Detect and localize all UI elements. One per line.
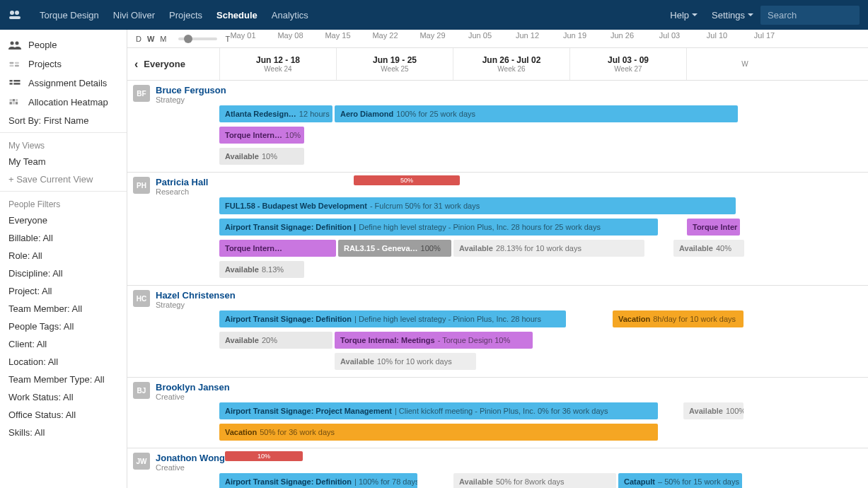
nav-user[interactable]: Nivi Oliver [106,10,162,21]
week-number: Week 24 [264,65,291,73]
assignment-bar[interactable]: Available20% [219,332,332,349]
assignment-bar[interactable]: Vacation8h/day for 10 work days [613,310,743,327]
assignment-bar[interactable]: Available100% [683,402,743,419]
utilization-badge: 50% [354,175,460,185]
avatar[interactable]: JW [133,453,150,470]
assignment-bar[interactable]: Vacation50% for 36 work days [219,424,658,441]
person-name[interactable]: Patricia Hall [156,177,208,187]
bar-detail: - Fulcrum 50% for 31 work days [370,202,480,210]
filter-item[interactable]: Everyone [0,211,127,229]
assignment-bar[interactable]: Torque Intern… [219,240,336,257]
bar-detail: 8.13% [262,265,284,274]
assignment-bar[interactable]: Available10% [219,148,304,165]
help-menu[interactable]: Help [663,10,705,21]
assignment-bar[interactable]: Torque Intern…10% [219,127,304,144]
person-block: 50% PH Patricia Hall Research FUL1.58 - … [127,173,868,286]
assignment-bar[interactable]: Airport Transit Signage: Definition |Def… [219,219,658,236]
assignment-bar[interactable]: Airport Transit Signage: Definition| 100… [219,473,417,488]
bar-detail: | Client kickoff meeting - Pinion Plus, … [395,407,608,415]
avatar[interactable]: PH [133,177,150,194]
filter-item[interactable]: Skills: All [0,424,127,441]
filter-item[interactable]: Project: All [0,282,127,300]
assignment-bar[interactable]: Atlanta Redesign…12 hours [219,105,332,122]
nav-brand[interactable]: Torque Design [33,10,106,21]
assignment-bar[interactable]: Available8.13% [219,261,304,278]
slider-thumb[interactable] [184,35,192,43]
filter-item[interactable]: Team Member Type: All [0,371,127,388]
person-header: BJ Brooklyn Jansen Creative [127,378,868,402]
filter-item[interactable]: Billable: All [0,229,127,247]
bar-title: Available [459,244,493,252]
help-label: Help [670,10,689,21]
nav-analytics[interactable]: Analytics [265,10,316,21]
person-name[interactable]: Jonathon Wong [156,453,225,463]
details-icon [8,79,21,88]
settings-menu[interactable]: Settings [705,10,760,21]
filter-item[interactable]: Discipline: All [0,265,127,282]
assignment-bar[interactable]: Available40% [673,240,744,257]
svg-point-3 [11,41,14,45]
avatar[interactable]: BJ [133,382,150,399]
assignment-bars: Airport Transit Signage: Definition| 100… [219,473,868,488]
assignment-bar[interactable]: Available50% for 8work days [453,473,616,488]
filter-item[interactable]: Work Status: All [0,388,127,406]
week-range: Jun 19 - 25 [373,55,417,65]
week-number: W [741,60,748,68]
person-name[interactable]: Bruce Ferguson [156,85,226,95]
svg-rect-16 [10,102,12,104]
filter-item[interactable]: Location: All [0,353,127,371]
filter-item[interactable]: Client: All [0,335,127,353]
avatar[interactable]: HC [133,290,150,307]
sidebar-people[interactable]: People [0,35,127,54]
week-header[interactable]: Jun 26 - Jul 02Week 26 [453,48,569,80]
sidebar-details[interactable]: Assignment Details [0,74,127,93]
zoom-D[interactable]: D [136,35,141,43]
assignment-bar[interactable]: FUL1.58 - Budapest Web Development- Fulc… [219,197,736,214]
nav-schedule[interactable]: Schedule [209,10,265,21]
nav-projects[interactable]: Projects [162,10,209,21]
filter-item[interactable]: Role: All [0,247,127,265]
assignment-bar[interactable]: Catapult– 50% for 15 work days [618,473,742,488]
filter-item[interactable]: Team Member: All [0,300,127,318]
zoom-W[interactable]: W [147,35,154,43]
week-header[interactable]: Jun 12 - 18Week 24 [219,48,336,80]
bar-title: Torque Internal: Meetings [340,336,435,344]
my-team[interactable]: My Team [0,153,127,170]
filter-item[interactable]: Office Status: All [0,406,127,424]
bar-detail: - Torque Design 10% [438,336,511,344]
bar-title: Catapult [624,477,655,486]
filter-item[interactable]: People Tags: All [0,318,127,335]
assignment-bar[interactable]: Torque Internal: Meetings- Torque Design… [335,332,533,349]
avatar[interactable]: BF [133,85,150,102]
schedule-body[interactable]: BF Bruce Ferguson Strategy Atlanta Redes… [127,81,868,488]
sort-by[interactable]: Sort By: First Name [0,112,127,129]
bar-title: Atlanta Redesign… [225,110,296,118]
search-input[interactable] [760,6,860,25]
person-name[interactable]: Brooklyn Jansen [156,382,230,393]
svg-rect-15 [16,99,18,101]
sidebar-folder[interactable]: Projects [0,54,127,74]
week-header[interactable]: W [686,48,803,80]
person-name[interactable]: Hazel Christensen [156,290,236,301]
save-current-view[interactable]: + Save Current View [0,170,127,188]
assignment-bar[interactable]: Airport Transit Signage: Definition| Def… [219,310,566,327]
sidebar-heatmap[interactable]: Allocation Heatmap [0,93,127,112]
people-icon [8,41,21,50]
bar-title: Airport Transit Signage: Definition [225,477,352,486]
back-chevron-icon[interactable]: ‹ [134,58,138,71]
person-role: Research [156,187,208,196]
zoom-slider[interactable] [178,37,217,40]
everyone-header-row: ‹ Everyone Jun 12 - 18Week 24Jun 19 - 25… [127,48,868,81]
assignment-bar[interactable]: Torque Inter [687,219,740,236]
zoom-M[interactable]: M [160,35,166,43]
week-header[interactable]: Jun 19 - 25Week 25 [336,48,453,80]
bar-detail: 50% for 36 work days [260,428,335,436]
week-header[interactable]: Jul 03 - 09Week 27 [569,48,686,80]
assignment-bar[interactable]: RAL3.15 - Geneva…100% [338,240,451,257]
assignment-bar[interactable]: Available10% for 10 work days [335,353,476,370]
bar-title: Airport Transit Signage: Definition [225,315,352,323]
svg-rect-2 [9,16,21,19]
assignment-bar[interactable]: Aero Diamond100% for 25 work days [335,105,738,122]
assignment-bar[interactable]: Airport Transit Signage: Project Managem… [219,402,658,419]
assignment-bar[interactable]: Available28.13% for 10 work days [453,240,644,257]
